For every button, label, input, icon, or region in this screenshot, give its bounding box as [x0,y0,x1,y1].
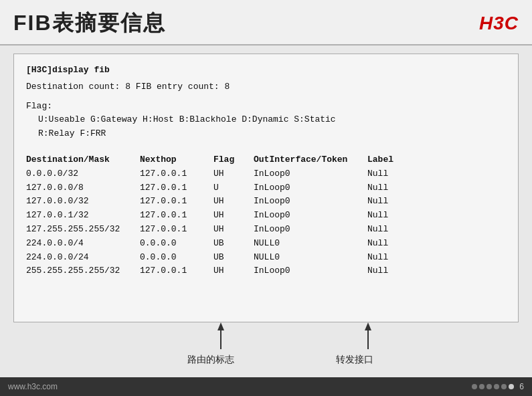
flag-line2: R:Relay F:FRR [26,127,506,141]
flag-header: Flag: [26,100,506,114]
page-number: 6 [519,382,524,391]
dot-5 [501,384,507,389]
table-row: 224.0.0.0/4 0.0.0.0 UB NULL0 Null [26,237,506,251]
table-row: 0.0.0.0/32 127.0.0.1 UH InLoop0 Null [26,167,506,181]
header: FIB表摘要信息 H3C [0,0,532,45]
dot-6-active [509,384,514,389]
footer-url: www.h3c.com [8,382,58,391]
svg-text:路由的标志: 路由的标志 [187,354,234,365]
flag-line1: U:Useable G:Gateway H:Host B:Blackhole D… [26,113,506,127]
svg-marker-1 [217,322,224,330]
table-row: 127.0.0.1/32 127.0.0.1 UH InLoop0 Null [26,209,506,223]
count-line: Destination count: 8 FIB entry count: 8 [26,80,506,94]
logo: H3C [479,13,519,34]
table-header-row: Destination/Mask Nexthop Flag OutInterfa… [26,153,506,167]
col-flag: Flag [213,153,254,167]
terminal-box: [H3C]display fib Destination count: 8 FI… [13,54,519,322]
table-row: 255.255.255.255/32 127.0.0.1 UH InLoop0 … [26,264,506,278]
flag-section: Flag: U:Useable G:Gateway H:Host B:Black… [26,100,506,141]
annotations-area: 路由的标志 转发接口 [13,322,519,369]
col-outinterface: OutInterface/Token [254,153,367,167]
content-area: [H3C]display fib Destination count: 8 FI… [0,45,532,377]
dot-4 [494,384,499,389]
svg-marker-3 [365,322,371,330]
table-row: 127.0.0.0/32 127.0.0.1 UH InLoop0 Null [26,195,506,209]
table-row: 224.0.0.0/24 0.0.0.0 UB NULL0 Null [26,251,506,265]
footer-dots [472,384,514,389]
col-destination: Destination/Mask [26,153,140,167]
col-nexthop: Nexthop [140,153,213,167]
dot-2 [479,384,484,389]
arrows-svg: 路由的标志 转发接口 [13,322,519,369]
svg-text:转发接口: 转发接口 [336,354,373,365]
table-row: 127.255.255.255/32 127.0.0.1 UH InLoop0 … [26,223,506,237]
slide: FIB表摘要信息 H3C [H3C]display fib Destinatio… [0,0,532,396]
col-label: Label [367,153,421,167]
dot-1 [472,384,477,389]
table-row: 127.0.0.0/8 127.0.0.1 U InLoop0 Null [26,181,506,195]
dot-3 [486,384,492,389]
footer-pagination: 6 [472,382,524,391]
page-title: FIB表摘要信息 [13,9,166,38]
footer: www.h3c.com 6 [0,377,532,396]
terminal-command: [H3C]display fib [26,64,506,78]
